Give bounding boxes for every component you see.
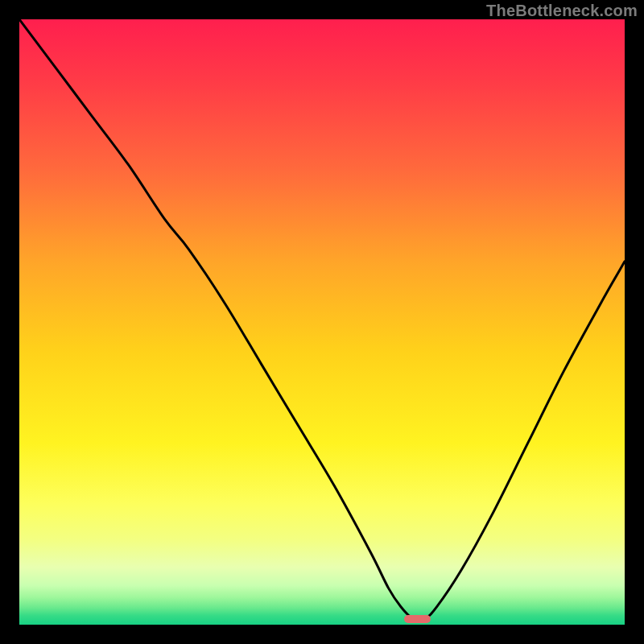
watermark-text: TheBottleneck.com xyxy=(486,2,638,20)
bottleneck-curve-path xyxy=(19,19,625,620)
optimal-marker xyxy=(404,615,431,623)
outer-frame: TheBottleneck.com xyxy=(0,0,644,644)
curve-layer xyxy=(19,19,625,625)
plot-area xyxy=(19,19,625,625)
